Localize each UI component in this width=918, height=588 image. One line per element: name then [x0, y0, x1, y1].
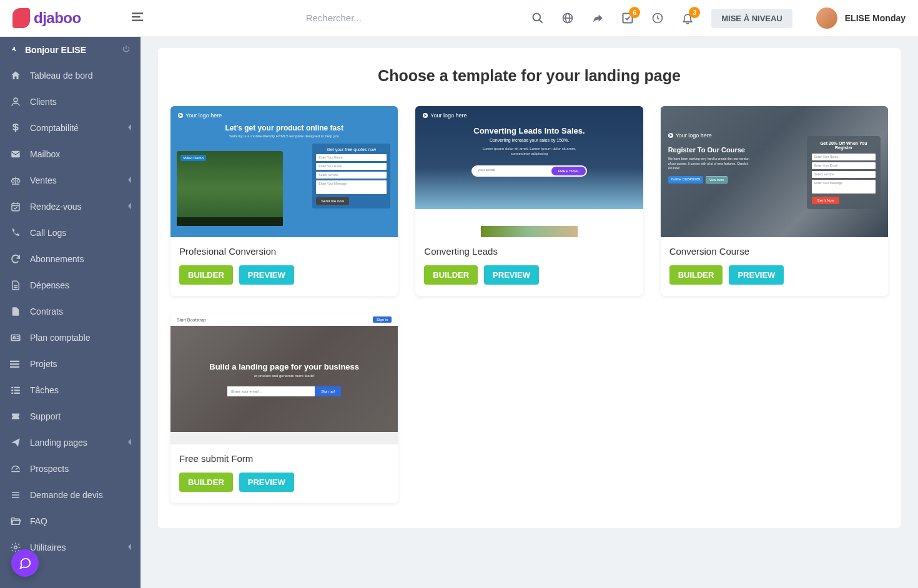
template-thumbnail: ➤Your logo here Converting Leads Into Sa…: [415, 106, 643, 237]
sidebar-item-label: Dépenses: [30, 280, 69, 290]
share-button[interactable]: [591, 12, 604, 24]
logout-button[interactable]: [122, 44, 131, 55]
sidebar-item-landing-pages[interactable]: Landing pages: [0, 429, 141, 456]
sidebar-item-accounting[interactable]: Comptabilité: [0, 115, 141, 141]
user-name-label: ELISE Monday: [845, 13, 906, 23]
notifications-badge: 3: [689, 7, 700, 18]
template-card-2: ➤Your logo here Converting Leads Into Sa…: [415, 106, 643, 296]
notifications-button[interactable]: 3: [681, 12, 694, 24]
svg-rect-11: [11, 151, 20, 158]
sidebar-item-tasks[interactable]: Tâches: [0, 377, 141, 403]
svg-rect-13: [11, 335, 20, 341]
builder-button[interactable]: BUILDER: [424, 265, 478, 285]
clock-button[interactable]: [651, 12, 664, 24]
search-button[interactable]: [531, 12, 544, 24]
paper-plane-icon: [9, 437, 22, 448]
svg-rect-20: [11, 390, 13, 391]
sidebar-item-label: Ventes: [30, 175, 57, 185]
sidebar-item-support[interactable]: Support: [0, 403, 141, 429]
template-title: Conversion Course: [669, 246, 879, 257]
sidebar-item-dashboard[interactable]: Tableau de bord: [0, 62, 141, 89]
svg-rect-17: [10, 366, 19, 368]
sidebar-item-label: Utilitaires: [30, 542, 66, 552]
preview-button[interactable]: PREVIEW: [239, 473, 294, 492]
sidebar-item-expenses[interactable]: Dépenses: [0, 272, 141, 298]
template-card-3: ➤Your logo here Register To Our Course W…: [661, 106, 888, 296]
template-thumbnail: ➤Your logo here Register To Our Course W…: [661, 106, 888, 237]
chevron-left-icon: [127, 542, 132, 552]
sidebar-item-call-logs[interactable]: Call Logs: [0, 220, 141, 246]
builder-button[interactable]: BUILDER: [179, 473, 233, 492]
sidebar-item-contracts[interactable]: Contrats: [0, 298, 141, 325]
sidebar-item-subscriptions[interactable]: Abonnements: [0, 246, 141, 272]
dashboard-icon: [9, 463, 22, 474]
svg-rect-25: [12, 494, 19, 496]
sidebar-item-label: Call Logs: [30, 228, 66, 238]
top-header: djaboo 6 3 MISE À NIVEAU ELISE Monda: [0, 0, 918, 37]
sidebar-item-clients[interactable]: Clients: [0, 89, 141, 115]
sidebar-item-faq[interactable]: FAQ: [0, 508, 141, 534]
upgrade-button[interactable]: MISE À NIVEAU: [711, 9, 792, 28]
sidebar-item-chart-of-accounts[interactable]: Plan comptable: [0, 325, 141, 351]
logo-text: djaboo: [34, 9, 81, 27]
tasks-icon: [9, 385, 22, 396]
template-title: Converting Leads: [424, 246, 634, 257]
bars-icon: [9, 358, 22, 370]
sidebar-item-prospects[interactable]: Prospects: [0, 456, 141, 482]
sidebar-item-appointments[interactable]: Rendez-vous: [0, 194, 141, 220]
sidebar-item-sales[interactable]: Ventes: [0, 167, 141, 194]
preview-button[interactable]: PREVIEW: [729, 265, 784, 285]
builder-button[interactable]: BUILDER: [179, 265, 233, 285]
sidebar-item-label: Projets: [30, 359, 57, 369]
preview-button[interactable]: PREVIEW: [484, 265, 539, 285]
chevron-left-icon: [127, 123, 132, 133]
clock-icon: [651, 12, 664, 24]
sidebar-item-label: Abonnements: [30, 254, 84, 264]
sidebar-toggle-button[interactable]: [131, 11, 144, 25]
calendar-check-icon: [9, 201, 22, 212]
sidebar-greeting: Bonjour ELISE: [0, 37, 141, 62]
svg-line-4: [540, 20, 543, 23]
globe-button[interactable]: [561, 12, 574, 24]
svg-point-27: [14, 546, 17, 549]
user-icon: [9, 96, 22, 107]
search-icon: [531, 12, 544, 24]
sidebar-item-mailbox[interactable]: Mailbox: [0, 141, 141, 167]
svg-rect-16: [10, 363, 19, 365]
file-icon: [9, 306, 22, 317]
builder-button[interactable]: BUILDER: [669, 265, 723, 285]
sidebar-item-label: Prospects: [30, 464, 69, 474]
main-content: Choose a template for your landing page …: [141, 37, 918, 553]
mail-icon: [9, 149, 22, 160]
svg-rect-19: [14, 387, 20, 388]
tasks-button[interactable]: 6: [621, 12, 634, 24]
sidebar-item-label: Mailbox: [30, 149, 60, 159]
search-wrapper: [306, 12, 532, 24]
template-card-1: ➤Your logo here Let's get your product o…: [170, 106, 398, 296]
chevron-left-icon: [127, 175, 132, 185]
avatar: [816, 7, 837, 29]
thumb-logo: ➤Your logo here: [423, 112, 466, 119]
sidebar-item-label: Rendez-vous: [30, 202, 82, 212]
content-panel: Choose a template for your landing page …: [158, 48, 901, 528]
user-menu[interactable]: ELISE Monday: [816, 7, 906, 29]
svg-rect-24: [12, 492, 19, 494]
svg-rect-2: [132, 20, 143, 21]
logo[interactable]: djaboo: [12, 8, 81, 28]
sidebar-item-quotes[interactable]: Demande de devis: [0, 482, 141, 508]
svg-rect-0: [132, 12, 143, 14]
sidebar-item-label: Plan comptable: [30, 333, 91, 343]
sidebar-item-projects[interactable]: Projets: [0, 351, 141, 377]
template-thumbnail: ➤Your logo here Let's get your product o…: [170, 106, 398, 237]
search-input[interactable]: [306, 12, 481, 23]
folder-open-icon: [9, 516, 22, 527]
share-icon: [591, 12, 604, 24]
template-title: Free submit Form: [179, 453, 389, 464]
preview-button[interactable]: PREVIEW: [239, 265, 294, 285]
svg-rect-12: [12, 203, 19, 211]
ticket-icon: [9, 411, 22, 422]
thumb-form: Get 20% Off When You Register Enter Your…: [807, 136, 881, 209]
pin-icon: [10, 46, 19, 54]
sidebar-item-label: Tâches: [30, 385, 59, 395]
sidebar-item-label: Contrats: [30, 306, 63, 316]
